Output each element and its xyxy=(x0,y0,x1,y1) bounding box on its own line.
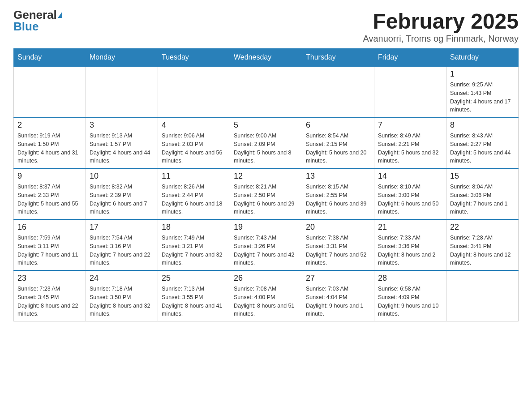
day-info: Sunrise: 8:37 AMSunset: 2:33 PMDaylight:… xyxy=(17,183,82,216)
calendar-body: 1Sunrise: 9:25 AMSunset: 1:43 PMDaylight… xyxy=(14,66,519,321)
day-info: Sunrise: 7:54 AMSunset: 3:16 PMDaylight:… xyxy=(90,234,154,267)
calendar-cell: 6Sunrise: 8:54 AMSunset: 2:15 PMDaylight… xyxy=(302,117,374,168)
calendar-cell: 27Sunrise: 7:03 AMSunset: 4:04 PMDayligh… xyxy=(302,270,374,321)
day-number: 24 xyxy=(90,274,154,283)
day-info: Sunrise: 7:28 AMSunset: 3:41 PMDaylight:… xyxy=(450,234,515,267)
calendar-cell xyxy=(302,66,374,117)
day-info: Sunrise: 7:18 AMSunset: 3:50 PMDaylight:… xyxy=(90,285,154,318)
calendar-cell: 22Sunrise: 7:28 AMSunset: 3:41 PMDayligh… xyxy=(446,219,519,270)
page-header: General Blue February 2025 Avanuorri, Tr… xyxy=(13,9,519,44)
day-info: Sunrise: 8:04 AMSunset: 3:06 PMDaylight:… xyxy=(450,183,515,216)
day-number: 3 xyxy=(90,120,154,130)
calendar-cell: 28Sunrise: 6:58 AMSunset: 4:09 PMDayligh… xyxy=(374,270,446,321)
calendar-cell: 15Sunrise: 8:04 AMSunset: 3:06 PMDayligh… xyxy=(446,168,519,219)
day-info: Sunrise: 7:49 AMSunset: 3:21 PMDaylight:… xyxy=(162,234,226,267)
day-number: 10 xyxy=(90,171,154,181)
day-info: Sunrise: 7:03 AMSunset: 4:04 PMDaylight:… xyxy=(306,285,370,318)
day-number: 17 xyxy=(90,223,154,232)
day-number: 13 xyxy=(306,171,370,181)
header-tuesday: Tuesday xyxy=(158,49,230,67)
calendar-cell: 21Sunrise: 7:33 AMSunset: 3:36 PMDayligh… xyxy=(374,219,446,270)
calendar-cell: 2Sunrise: 9:19 AMSunset: 1:50 PMDaylight… xyxy=(14,117,86,168)
day-number: 21 xyxy=(378,223,442,232)
logo-general-text: General xyxy=(13,9,57,21)
day-info: Sunrise: 7:08 AMSunset: 4:00 PMDaylight:… xyxy=(234,285,298,318)
day-info: Sunrise: 8:26 AMSunset: 2:44 PMDaylight:… xyxy=(162,183,226,216)
day-number: 6 xyxy=(306,120,370,130)
day-number: 18 xyxy=(162,223,226,232)
calendar-week-row: 16Sunrise: 7:59 AMSunset: 3:11 PMDayligh… xyxy=(14,219,519,270)
day-info: Sunrise: 8:10 AMSunset: 3:00 PMDaylight:… xyxy=(378,183,442,216)
day-number: 12 xyxy=(234,171,298,181)
calendar-cell xyxy=(14,66,86,117)
calendar-cell: 25Sunrise: 7:13 AMSunset: 3:55 PMDayligh… xyxy=(158,270,230,321)
calendar-week-row: 23Sunrise: 7:23 AMSunset: 3:45 PMDayligh… xyxy=(14,270,519,321)
calendar-table: Sunday Monday Tuesday Wednesday Thursday… xyxy=(13,48,519,321)
calendar-week-row: 2Sunrise: 9:19 AMSunset: 1:50 PMDaylight… xyxy=(14,117,519,168)
day-number: 8 xyxy=(450,120,515,130)
calendar-cell: 23Sunrise: 7:23 AMSunset: 3:45 PMDayligh… xyxy=(14,270,86,321)
title-section: February 2025 Avanuorri, Troms og Finnma… xyxy=(363,9,519,44)
calendar-cell: 4Sunrise: 9:06 AMSunset: 2:03 PMDaylight… xyxy=(158,117,230,168)
calendar-cell: 12Sunrise: 8:21 AMSunset: 2:50 PMDayligh… xyxy=(230,168,302,219)
calendar-cell: 17Sunrise: 7:54 AMSunset: 3:16 PMDayligh… xyxy=(86,219,158,270)
day-number: 20 xyxy=(306,223,370,232)
day-info: Sunrise: 8:21 AMSunset: 2:50 PMDaylight:… xyxy=(234,183,298,216)
header-saturday: Saturday xyxy=(446,49,519,67)
day-number: 15 xyxy=(450,171,515,181)
calendar-cell: 10Sunrise: 8:32 AMSunset: 2:39 PMDayligh… xyxy=(86,168,158,219)
day-number: 25 xyxy=(162,274,226,283)
day-number: 27 xyxy=(306,274,370,283)
day-info: Sunrise: 7:13 AMSunset: 3:55 PMDaylight:… xyxy=(162,285,226,318)
calendar-cell: 24Sunrise: 7:18 AMSunset: 3:50 PMDayligh… xyxy=(86,270,158,321)
logo-blue-text: Blue xyxy=(13,21,39,32)
day-info: Sunrise: 9:25 AMSunset: 1:43 PMDaylight:… xyxy=(450,81,515,114)
day-number: 4 xyxy=(162,120,226,130)
header-monday: Monday xyxy=(86,49,158,67)
day-number: 28 xyxy=(378,274,442,283)
day-number: 16 xyxy=(17,223,82,232)
day-info: Sunrise: 9:06 AMSunset: 2:03 PMDaylight:… xyxy=(162,132,226,165)
day-info: Sunrise: 8:49 AMSunset: 2:21 PMDaylight:… xyxy=(378,132,442,165)
day-info: Sunrise: 7:43 AMSunset: 3:26 PMDaylight:… xyxy=(234,234,298,267)
calendar-cell: 8Sunrise: 8:43 AMSunset: 2:27 PMDaylight… xyxy=(446,117,519,168)
calendar-cell: 14Sunrise: 8:10 AMSunset: 3:00 PMDayligh… xyxy=(374,168,446,219)
calendar-cell: 5Sunrise: 9:00 AMSunset: 2:09 PMDaylight… xyxy=(230,117,302,168)
header-friday: Friday xyxy=(374,49,446,67)
calendar-cell xyxy=(374,66,446,117)
day-number: 5 xyxy=(234,120,298,130)
day-number: 11 xyxy=(162,171,226,181)
day-info: Sunrise: 9:19 AMSunset: 1:50 PMDaylight:… xyxy=(17,132,82,165)
location-text: Avanuorri, Troms og Finnmark, Norway xyxy=(363,34,519,44)
day-info: Sunrise: 7:59 AMSunset: 3:11 PMDaylight:… xyxy=(17,234,82,267)
day-info: Sunrise: 8:32 AMSunset: 2:39 PMDaylight:… xyxy=(90,183,154,216)
day-number: 7 xyxy=(378,120,442,130)
day-info: Sunrise: 7:23 AMSunset: 3:45 PMDaylight:… xyxy=(17,285,82,318)
header-wednesday: Wednesday xyxy=(230,49,302,67)
day-header-row: Sunday Monday Tuesday Wednesday Thursday… xyxy=(14,49,519,67)
day-info: Sunrise: 9:00 AMSunset: 2:09 PMDaylight:… xyxy=(234,132,298,165)
calendar-cell: 19Sunrise: 7:43 AMSunset: 3:26 PMDayligh… xyxy=(230,219,302,270)
calendar-cell: 20Sunrise: 7:38 AMSunset: 3:31 PMDayligh… xyxy=(302,219,374,270)
day-number: 2 xyxy=(17,120,82,130)
day-info: Sunrise: 8:43 AMSunset: 2:27 PMDaylight:… xyxy=(450,132,515,165)
day-info: Sunrise: 9:13 AMSunset: 1:57 PMDaylight:… xyxy=(90,132,154,165)
calendar-cell: 1Sunrise: 9:25 AMSunset: 1:43 PMDaylight… xyxy=(446,66,519,117)
day-info: Sunrise: 7:33 AMSunset: 3:36 PMDaylight:… xyxy=(378,234,442,267)
day-info: Sunrise: 8:15 AMSunset: 2:55 PMDaylight:… xyxy=(306,183,370,216)
header-thursday: Thursday xyxy=(302,49,374,67)
calendar-cell xyxy=(230,66,302,117)
calendar-week-row: 1Sunrise: 9:25 AMSunset: 1:43 PMDaylight… xyxy=(14,66,519,117)
day-number: 26 xyxy=(234,274,298,283)
header-sunday: Sunday xyxy=(14,49,86,67)
day-number: 1 xyxy=(450,69,515,79)
calendar-cell: 7Sunrise: 8:49 AMSunset: 2:21 PMDaylight… xyxy=(374,117,446,168)
day-number: 22 xyxy=(450,223,515,232)
calendar-cell: 18Sunrise: 7:49 AMSunset: 3:21 PMDayligh… xyxy=(158,219,230,270)
calendar-week-row: 9Sunrise: 8:37 AMSunset: 2:33 PMDaylight… xyxy=(14,168,519,219)
calendar-cell: 13Sunrise: 8:15 AMSunset: 2:55 PMDayligh… xyxy=(302,168,374,219)
month-title: February 2025 xyxy=(363,9,519,34)
day-info: Sunrise: 7:38 AMSunset: 3:31 PMDaylight:… xyxy=(306,234,370,267)
calendar-cell: 3Sunrise: 9:13 AMSunset: 1:57 PMDaylight… xyxy=(86,117,158,168)
calendar-cell: 16Sunrise: 7:59 AMSunset: 3:11 PMDayligh… xyxy=(14,219,86,270)
